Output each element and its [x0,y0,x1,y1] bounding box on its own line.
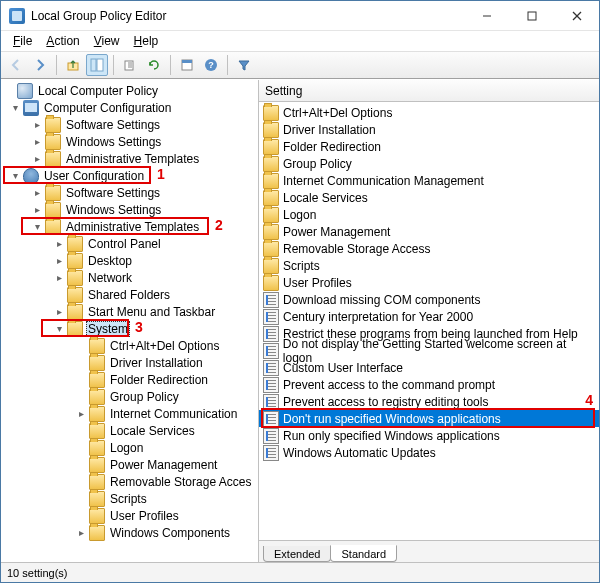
tree-item[interactable]: ▸Power Management [3,456,258,473]
tree-item[interactable]: ▸Ctrl+Alt+Del Options [3,337,258,354]
tree-item[interactable]: ▸Administrative Templates [3,150,258,167]
tree-item[interactable]: ▸Logon [3,439,258,456]
tree-item[interactable]: ▸Start Menu and Taskbar [3,303,258,320]
tree-label: Administrative Templates [64,220,201,234]
toolbar-help-button[interactable]: ? [200,54,222,76]
tree-item[interactable]: ▸User Profiles [3,507,258,524]
tree-item[interactable]: ▸Network [3,269,258,286]
list-row[interactable]: Prevent access to registry editing tools [259,393,599,410]
tree-label: Group Policy [108,390,181,404]
list-item-label: Scripts [283,259,320,273]
list-row[interactable]: Removable Storage Access [259,240,599,257]
list-row[interactable]: Do not display the Getting Started welco… [259,342,599,359]
list-row[interactable]: Internet Communication Management [259,172,599,189]
list-row[interactable]: Logon [259,206,599,223]
toolbar-filter-button[interactable] [233,54,255,76]
tree-item[interactable]: ▸Control Panel [3,235,258,252]
expander-icon[interactable]: ▾ [31,221,43,233]
list-item-label: Custom User Interface [283,361,403,375]
tree-item[interactable]: ▸Group Policy [3,388,258,405]
list-row[interactable]: Ctrl+Alt+Del Options [259,104,599,121]
tree-label: Network [86,271,134,285]
minimize-button[interactable] [464,1,509,30]
tree-system[interactable]: ▾System [3,320,258,337]
tree-label: Internet Communication [108,407,239,421]
tree-item[interactable]: ▸Desktop [3,252,258,269]
close-button[interactable] [554,1,599,30]
menu-file[interactable]: File [7,34,38,48]
app-icon [9,8,25,24]
list-row[interactable]: Driver Installation [259,121,599,138]
tree-item[interactable]: ▸Locale Services [3,422,258,439]
expander-icon[interactable]: ▾ [9,102,21,114]
expander-icon[interactable]: ▾ [53,323,65,335]
tree-item[interactable]: ▸Folder Redirection [3,371,258,388]
toolbar-forward-button[interactable] [29,54,51,76]
toolbar-properties-button[interactable] [176,54,198,76]
tree-item[interactable]: ▸Shared Folders [3,286,258,303]
setting-icon [263,428,279,444]
toolbar-up-button[interactable] [62,54,84,76]
tree-item[interactable]: ▸Windows Settings [3,133,258,150]
tree-item[interactable]: ▸Removable Storage Acces [3,473,258,490]
expander-icon[interactable]: ▸ [75,408,87,420]
expander-icon[interactable]: ▸ [75,527,87,539]
toolbar-separator [227,55,228,75]
expander-icon[interactable]: ▸ [31,204,43,216]
toolbar-back-button[interactable] [5,54,27,76]
list-row[interactable]: Folder Redirection [259,138,599,155]
tree-user-configuration[interactable]: ▾ User Configuration [3,167,258,184]
tree-item[interactable]: ▸Internet Communication [3,405,258,422]
list-row[interactable]: Prevent access to the command prompt [259,376,599,393]
tab-standard[interactable]: Standard [330,545,397,562]
list-row[interactable]: Download missing COM components [259,291,599,308]
expander-icon[interactable]: ▸ [31,119,43,131]
tree-item[interactable]: ▸Driver Installation [3,354,258,371]
menu-action[interactable]: Action [40,34,85,48]
tree-administrative-templates[interactable]: ▾Administrative Templates [3,218,258,235]
expander-icon[interactable]: ▸ [53,272,65,284]
list-item-label: Download missing COM components [283,293,480,307]
list-column-header[interactable]: Setting [259,80,599,102]
list-row[interactable]: Century interpretation for Year 2000 [259,308,599,325]
list-row[interactable]: Windows Automatic Updates [259,444,599,461]
expander-icon[interactable]: ▸ [31,136,43,148]
expander-icon[interactable]: ▾ [9,170,21,182]
expander-icon[interactable]: ▸ [53,306,65,318]
folder-icon [89,372,105,388]
list-body[interactable]: Ctrl+Alt+Del OptionsDriver InstallationF… [259,102,599,540]
tree-item[interactable]: ▸Software Settings [3,184,258,201]
list-row[interactable]: User Profiles [259,274,599,291]
tree-label: Software Settings [64,186,162,200]
window-controls [464,1,599,30]
tree-pane[interactable]: ▸ Local Computer Policy ▾ Computer Confi… [1,80,259,562]
tree-item[interactable]: ▸Software Settings [3,116,258,133]
list-row[interactable]: Power Management [259,223,599,240]
tab-extended[interactable]: Extended [263,546,331,562]
maximize-button[interactable] [509,1,554,30]
list-row[interactable]: Group Policy [259,155,599,172]
tree-item[interactable]: ▸Windows Settings [3,201,258,218]
list-item-label: Internet Communication Management [283,174,484,188]
expander-icon[interactable]: ▸ [31,187,43,199]
tree-root[interactable]: ▸ Local Computer Policy [3,82,258,99]
menu-view[interactable]: View [88,34,126,48]
toolbar-export-button[interactable] [119,54,141,76]
expander-icon[interactable]: ▸ [53,238,65,250]
expander-icon[interactable]: ▸ [53,255,65,267]
tree-item[interactable]: ▸Windows Components [3,524,258,541]
list-row[interactable]: Locale Services [259,189,599,206]
list-row[interactable]: Run only specified Windows applications [259,427,599,444]
folder-icon [67,287,83,303]
tree-label: Start Menu and Taskbar [86,305,217,319]
toolbar-refresh-button[interactable] [143,54,165,76]
tree-computer-configuration[interactable]: ▾ Computer Configuration [3,99,258,116]
folder-icon [67,236,83,252]
menu-help[interactable]: Help [128,34,165,48]
expander-icon[interactable]: ▸ [31,153,43,165]
list-row[interactable]: Scripts [259,257,599,274]
tree-item[interactable]: ▸Scripts [3,490,258,507]
list-row[interactable]: Don't run specified Windows applications [259,410,599,427]
list-item-label: Prevent access to registry editing tools [283,395,488,409]
toolbar-tree-toggle-button[interactable] [86,54,108,76]
